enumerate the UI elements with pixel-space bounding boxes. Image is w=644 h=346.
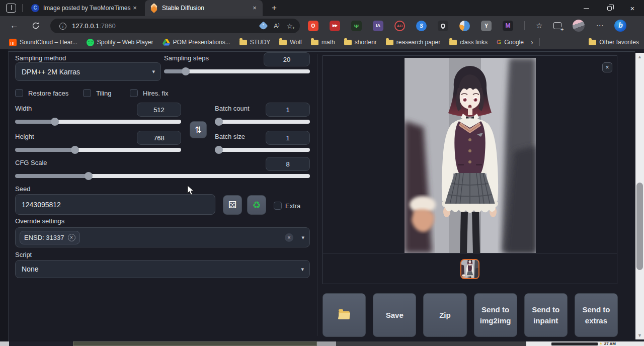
bookmark-wolf[interactable]: Wolf xyxy=(279,39,302,46)
shopping-tag-icon[interactable] xyxy=(259,21,268,30)
thumbnail-strip xyxy=(323,253,617,284)
taskbar-sliver: 27 AM xyxy=(526,341,644,346)
tab-close-icon[interactable]: × xyxy=(251,4,259,12)
site-info-icon[interactable]: i xyxy=(59,23,66,30)
read-aloud-icon[interactable]: A) xyxy=(274,22,279,30)
new-tab-button[interactable]: + xyxy=(269,3,280,13)
gallery-actions: Save Zip Send to img2img Send to inpaint… xyxy=(323,293,618,337)
minimize-button[interactable] xyxy=(575,0,598,16)
tab-divider xyxy=(22,4,23,12)
seed-input[interactable]: 1243095812 xyxy=(15,194,215,215)
other-favorites[interactable]: Other favorites xyxy=(589,39,639,46)
bookmark-math[interactable]: math xyxy=(311,39,335,46)
favorites-hub-icon[interactable]: ☆ xyxy=(536,21,542,30)
extension-pin-icon[interactable] xyxy=(438,21,448,31)
extension-adguard-icon[interactable]: AD xyxy=(394,21,405,31)
bing-sidebar-icon[interactable]: b xyxy=(614,20,626,32)
scroll-up-icon[interactable]: ▲ xyxy=(635,53,644,61)
address-bar[interactable]: i 127.0.0.1:7860 A) ☆+ xyxy=(50,19,300,33)
extension-medium-icon[interactable]: M xyxy=(503,21,513,31)
send-to-img2img-button[interactable]: Send to img2img xyxy=(474,293,517,337)
slider-knob[interactable] xyxy=(215,146,223,154)
slider-knob[interactable] xyxy=(215,118,223,126)
slider-knob[interactable] xyxy=(182,67,190,75)
profile-avatar[interactable] xyxy=(573,20,585,32)
slider-knob[interactable] xyxy=(71,146,79,154)
bookmark-soundcloud[interactable]: SoundCloud – Hear... xyxy=(9,39,77,46)
bookmark-pom[interactable]: POM Presentations... xyxy=(163,39,230,46)
bookmark-google[interactable]: GGoogle xyxy=(497,39,524,46)
bookmark-reasearch-paper[interactable]: reasearch paper xyxy=(386,39,440,46)
hires-fix-checkbox[interactable] xyxy=(130,89,138,97)
extra-checkbox[interactable] xyxy=(274,202,282,210)
override-settings-input[interactable]: ENSD: 31337× × ▾ xyxy=(15,227,310,247)
tiling-checkbox[interactable] xyxy=(83,89,91,97)
hscroll-segment xyxy=(317,341,336,346)
tiling-label: Tiling xyxy=(96,90,112,97)
sampling-method-dropdown[interactable]: DPM++ 2M Karras▾ xyxy=(15,62,161,81)
extension-fastforward-icon[interactable]: ▶▶ xyxy=(330,21,340,31)
add-favorite-icon[interactable]: ☆+ xyxy=(286,22,293,30)
height-value[interactable]: 768 xyxy=(137,131,181,145)
zip-button[interactable]: Zip xyxy=(423,293,466,337)
tab-close-icon[interactable]: × xyxy=(131,4,139,12)
batch-count-value[interactable]: 1 xyxy=(266,103,310,117)
scrollbar-thumb[interactable] xyxy=(636,183,643,270)
extension-y-icon[interactable]: Y xyxy=(481,21,492,31)
bookmarks-overflow-icon[interactable]: › xyxy=(531,38,533,46)
swap-dimensions-button[interactable]: ⇅ xyxy=(190,121,207,138)
image-close-button[interactable]: × xyxy=(602,62,612,72)
restore-faces-checkbox[interactable] xyxy=(15,89,23,97)
thumbnail-selected[interactable] xyxy=(460,259,479,279)
sampling-steps-value[interactable]: 20 xyxy=(264,52,310,66)
tab-image-posted[interactable]: C Image posted by TwoMoreTimes × xyxy=(26,0,143,16)
cfg-scale-slider[interactable] xyxy=(15,172,310,180)
open-folder-button[interactable] xyxy=(323,293,366,337)
generated-image[interactable] xyxy=(405,58,536,253)
extension-gremlin-icon[interactable]: ᴪ xyxy=(351,21,362,31)
extension-globe-icon[interactable] xyxy=(459,21,470,31)
tab-actions-icon[interactable] xyxy=(6,4,16,13)
bookmark-spotify[interactable]: Spotify – Web Player xyxy=(87,39,153,46)
batch-size-value[interactable]: 1 xyxy=(266,131,310,145)
sampling-steps-slider[interactable] xyxy=(164,67,310,75)
random-seed-button[interactable]: ⚄ xyxy=(223,195,242,215)
chevron-down-icon[interactable]: ▾ xyxy=(301,234,304,241)
scroll-down-icon[interactable]: ▼ xyxy=(635,331,644,339)
window-close-button[interactable]: × xyxy=(621,0,644,16)
clear-all-icon[interactable]: × xyxy=(285,233,293,242)
refresh-button[interactable] xyxy=(32,22,40,30)
tab-stable-diffusion[interactable]: Stable Diffusion × xyxy=(145,0,263,16)
reuse-seed-button[interactable]: ♻ xyxy=(247,195,266,215)
cfg-scale-value[interactable]: 8 xyxy=(266,157,310,171)
hscroll-thumb[interactable] xyxy=(73,341,317,346)
restore-button[interactable] xyxy=(598,0,621,16)
batch-size-slider[interactable] xyxy=(215,146,310,154)
collections-icon[interactable] xyxy=(553,22,561,29)
hscroll-left-arrow[interactable] xyxy=(0,341,9,346)
override-chip[interactable]: ENSD: 31337× xyxy=(20,231,80,244)
height-slider[interactable] xyxy=(15,146,181,154)
bookmark-study[interactable]: STUDY xyxy=(239,39,271,46)
settings-menu-icon[interactable]: ⋯ xyxy=(596,21,603,30)
slider-knob[interactable] xyxy=(51,118,59,126)
width-value[interactable]: 512 xyxy=(137,103,181,117)
panel-top-border xyxy=(8,51,635,52)
folder-icon xyxy=(344,40,352,45)
extension-internet-archive-icon[interactable]: IA xyxy=(373,21,383,31)
save-button[interactable]: Save xyxy=(373,293,416,337)
send-to-extras-button[interactable]: Send to extras xyxy=(575,293,618,337)
bookmark-class-links[interactable]: class links xyxy=(449,39,488,46)
extension-opera-icon[interactable]: O xyxy=(308,21,318,31)
bookmark-shortenr[interactable]: shortenr xyxy=(344,39,377,46)
extension-shazam-icon[interactable]: S xyxy=(416,21,427,31)
vertical-scrollbar[interactable]: ▲ ▼ xyxy=(635,53,644,339)
browser-titlebar: C Image posted by TwoMoreTimes × Stable … xyxy=(0,0,644,16)
slider-knob[interactable] xyxy=(85,172,93,180)
send-to-inpaint-button[interactable]: Send to inpaint xyxy=(524,293,568,337)
script-dropdown[interactable]: None▾ xyxy=(15,260,310,278)
width-slider[interactable] xyxy=(15,118,181,126)
chip-remove-icon[interactable]: × xyxy=(68,234,75,241)
back-button[interactable]: ← xyxy=(10,21,19,31)
batch-count-slider[interactable] xyxy=(215,118,310,126)
